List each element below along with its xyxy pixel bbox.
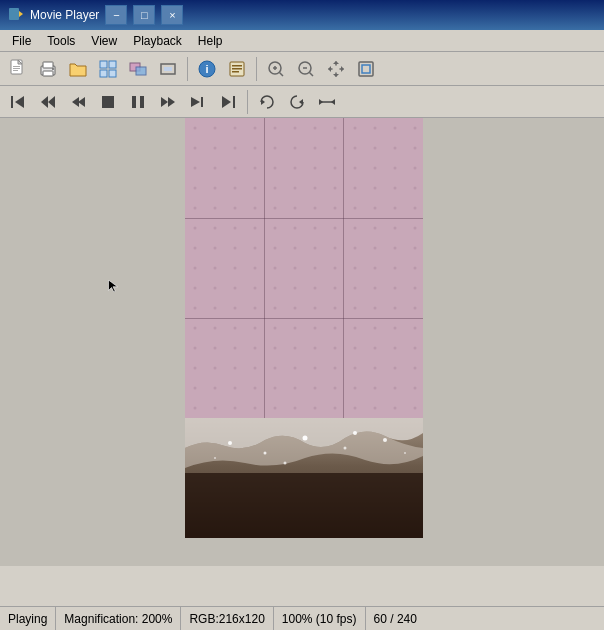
effects-button[interactable] — [124, 55, 152, 83]
svg-rect-8 — [43, 62, 53, 68]
svg-point-64 — [353, 431, 357, 435]
title-bar: Movie Player − □ × — [0, 0, 604, 30]
toolbar-separator-2 — [256, 57, 257, 81]
svg-line-31 — [310, 72, 314, 76]
zoom-out-button[interactable] — [292, 55, 320, 83]
svg-rect-6 — [13, 70, 18, 71]
properties-button[interactable] — [223, 55, 251, 83]
stop-button[interactable] — [94, 88, 122, 116]
pan-button[interactable] — [322, 55, 350, 83]
svg-point-60 — [344, 447, 347, 450]
svg-point-63 — [284, 462, 287, 465]
svg-rect-22 — [232, 65, 242, 67]
svg-point-57 — [228, 441, 232, 445]
status-rgb: RGB:216x120 — [181, 607, 273, 630]
status-magnification: Magnification: 200% — [56, 607, 181, 630]
svg-marker-47 — [222, 96, 231, 108]
svg-point-61 — [383, 438, 387, 442]
svg-marker-52 — [319, 99, 323, 105]
loop-button[interactable] — [253, 88, 281, 116]
svg-rect-56 — [185, 118, 423, 418]
svg-rect-32 — [359, 62, 373, 76]
print-button[interactable] — [34, 55, 62, 83]
svg-point-65 — [404, 452, 406, 454]
svg-rect-66 — [185, 473, 423, 538]
maximize-button[interactable]: □ — [133, 5, 155, 25]
svg-rect-0 — [9, 8, 19, 20]
title-text: Movie Player — [30, 8, 99, 22]
svg-rect-42 — [140, 96, 144, 108]
video-upper — [185, 118, 423, 418]
cursor-indicator — [107, 280, 119, 292]
svg-point-58 — [264, 452, 267, 455]
svg-rect-33 — [362, 65, 370, 73]
prev-button[interactable] — [34, 88, 62, 116]
svg-text:i: i — [205, 63, 208, 75]
svg-rect-13 — [100, 70, 107, 77]
last-frame-button[interactable] — [214, 88, 242, 116]
svg-marker-53 — [331, 99, 335, 105]
svg-marker-39 — [78, 97, 85, 107]
svg-rect-40 — [102, 96, 114, 108]
pause-button[interactable] — [124, 88, 152, 116]
menu-file[interactable]: File — [4, 32, 39, 50]
svg-marker-36 — [41, 96, 48, 108]
svg-rect-24 — [232, 71, 239, 73]
svg-line-28 — [280, 72, 284, 76]
info-button[interactable]: i — [193, 55, 221, 83]
svg-point-59 — [303, 436, 308, 441]
next-frame-button[interactable] — [184, 88, 212, 116]
toolbar-separator-1 — [187, 57, 188, 81]
svg-rect-10 — [52, 68, 54, 70]
toolbar2-playback — [0, 86, 604, 118]
first-frame-button[interactable] — [4, 88, 32, 116]
svg-marker-45 — [191, 97, 200, 107]
toolbar2-separator-1 — [247, 90, 248, 114]
svg-marker-38 — [72, 97, 79, 107]
video-lower — [185, 418, 423, 538]
minimize-button[interactable]: − — [105, 5, 127, 25]
menu-help[interactable]: Help — [190, 32, 231, 50]
svg-rect-34 — [11, 96, 13, 108]
status-fps: 100% (10 fps) — [274, 607, 366, 630]
fast-forward-button[interactable] — [154, 88, 182, 116]
svg-rect-4 — [13, 66, 20, 67]
svg-rect-41 — [132, 96, 136, 108]
fullscreen-button[interactable] — [154, 55, 182, 83]
menu-tools[interactable]: Tools — [39, 32, 83, 50]
svg-marker-49 — [261, 99, 265, 105]
svg-rect-9 — [43, 71, 53, 76]
menu-playback[interactable]: Playback — [125, 32, 190, 50]
svg-marker-35 — [15, 96, 24, 108]
svg-marker-54 — [109, 280, 118, 292]
ab-loop-button[interactable] — [313, 88, 341, 116]
svg-rect-18 — [164, 67, 172, 71]
open-button[interactable] — [64, 55, 92, 83]
menu-bar: File Tools View Playback Help — [0, 30, 604, 52]
svg-point-62 — [214, 457, 216, 459]
status-bar: Playing Magnification: 200% RGB:216x120 … — [0, 606, 604, 630]
svg-rect-12 — [109, 61, 116, 68]
svg-rect-46 — [201, 97, 203, 107]
status-frame: 60 / 240 — [366, 607, 425, 630]
svg-rect-16 — [136, 67, 146, 75]
toolbar1: i — [0, 52, 604, 86]
svg-marker-43 — [161, 97, 168, 107]
menu-view[interactable]: View — [83, 32, 125, 50]
svg-rect-48 — [233, 96, 235, 108]
svg-rect-11 — [100, 61, 107, 68]
rewind-button[interactable] — [64, 88, 92, 116]
svg-rect-5 — [13, 68, 20, 69]
svg-rect-23 — [232, 68, 242, 70]
close-button[interactable]: × — [161, 5, 183, 25]
svg-rect-14 — [109, 70, 116, 77]
status-playing: Playing — [0, 607, 56, 630]
zoom-in-button[interactable] — [262, 55, 290, 83]
svg-marker-37 — [48, 96, 55, 108]
multi-view-button[interactable] — [94, 55, 122, 83]
svg-marker-1 — [19, 11, 23, 17]
main-content — [0, 118, 604, 566]
loop2-button[interactable] — [283, 88, 311, 116]
new-button[interactable] — [4, 55, 32, 83]
fit-button[interactable] — [352, 55, 380, 83]
